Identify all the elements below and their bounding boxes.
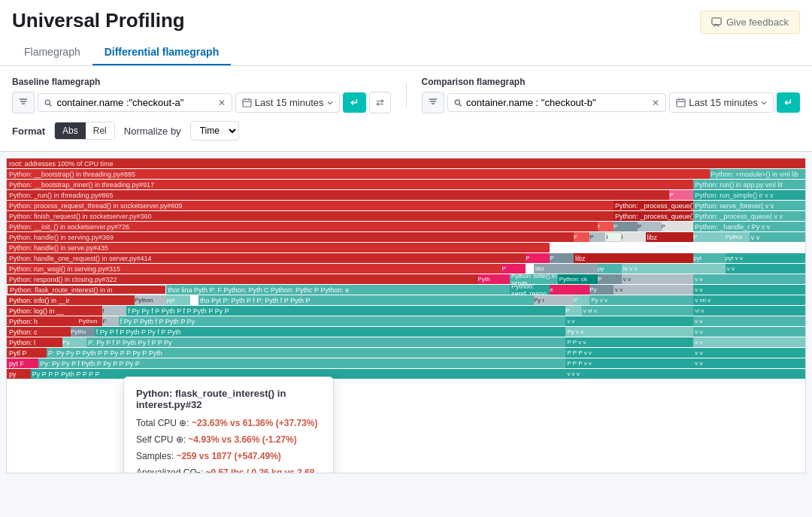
flame-row-r3-mid[interactable]: P	[669, 190, 693, 200]
flame-row-r7-libz[interactable]: libz	[646, 232, 694, 242]
flame-row-r1-right[interactable]: Python: <module>() in vml lib	[710, 169, 805, 179]
flame-row-r11-right[interactable]: v v	[622, 274, 694, 284]
flame-row-r16-pytho[interactable]: Pytho	[71, 327, 95, 337]
flame-row-pyt-f[interactable]: pyt F	[7, 358, 38, 368]
flame-row-r14-p2[interactable]: P	[565, 306, 581, 316]
flame-row-r6-p[interactable]: P	[662, 222, 693, 231]
sync-button[interactable]: ⇄	[369, 92, 391, 113]
flame-row-r4-right[interactable]: Python: serve_forever( v v	[693, 201, 805, 210]
flame-row-r16-mid[interactable]: f Py P f P Pyth P Py f P Pyth	[95, 327, 566, 337]
flame-row-init[interactable]: Python: __init_() in socketserver.py#726	[7, 222, 598, 231]
flame-row-r13-2[interactable]: P	[574, 295, 589, 305]
flame-row-r19-right2[interactable]: v v	[693, 358, 805, 368]
flame-row-l[interactable]: Python: l	[7, 337, 62, 347]
flamegraph-area[interactable]: root: addresses 100% of CPU time Python:…	[6, 158, 806, 473]
flame-row-r18-right[interactable]: P P P v v	[565, 348, 693, 358]
baseline-filter-icon[interactable]	[12, 92, 35, 113]
flame-row-r12-e[interactable]: e	[550, 285, 589, 295]
flame-row-r9-right[interactable]: pyt	[693, 253, 725, 263]
flame-row-r7-pytl[interactable]: l	[606, 232, 622, 242]
normalize-select[interactable]: Time	[190, 121, 239, 141]
flame-row-r15-f[interactable]: F	[102, 316, 118, 326]
flame-row-r18-right2[interactable]: v v	[693, 348, 805, 358]
comparison-submit-button[interactable]: ↵	[777, 92, 800, 113]
flame-row-r15-right[interactable]: v v	[565, 316, 693, 326]
flame-row-r11-py3[interactable]: P	[598, 274, 622, 284]
flame-row-r12-right[interactable]: v v	[693, 285, 805, 295]
flame-row-r12-py4[interactable]: Py	[589, 285, 614, 295]
flame-row-r13-mid[interactable]: tho Pyt P: Pyth P f P: Pyth f P Pyth P	[198, 295, 534, 305]
flame-row-r7-py[interactable]: P	[589, 232, 605, 242]
flame-row-r15-right2[interactable]: v v	[693, 316, 805, 326]
flame-row-r10-mid[interactable]: libz	[534, 264, 598, 274]
flame-row-flask-highlight[interactable]: Python: flask_route_interest() in in	[7, 285, 166, 295]
flame-row-r4-mid[interactable]: Python: _process_queue() in h	[614, 201, 693, 210]
flame-row-r7-pyt[interactable]: P	[693, 232, 725, 242]
flame-row-r9-py[interactable]: P	[550, 253, 574, 263]
flame-row-r16-right[interactable]: Py v v	[565, 327, 693, 337]
flame-row-r14-p[interactable]: f	[102, 306, 126, 316]
format-abs-button[interactable]: Abs	[55, 122, 86, 139]
flame-row-r17-p[interactable]: Py	[62, 337, 86, 347]
feedback-button[interactable]: Give feedback	[700, 11, 800, 34]
flame-row-r15-mid[interactable]: f Py P Pyth f P Pyth P Py	[119, 316, 566, 326]
flame-row-c[interactable]: Python: c	[7, 327, 71, 337]
flame-row-handle-serving[interactable]: Python: handle() in serving.py#369	[7, 232, 574, 242]
flame-row-r3-right[interactable]: Python: run_simple() ir v v	[693, 190, 805, 200]
flame-row-bootstrap[interactable]: Python: __bootstrap() in threading.py#88…	[7, 169, 710, 179]
baseline-submit-button[interactable]: ↵	[343, 92, 366, 113]
baseline-date-picker[interactable]: Last 15 minutes	[235, 92, 340, 113]
flame-row-r11-write[interactable]: Python: write() in servin	[510, 274, 558, 284]
flame-row-r11-ph[interactable]: Pyth	[478, 274, 510, 284]
flame-row-r14-right2[interactable]: vi v	[693, 306, 805, 316]
tab-flamegraph[interactable]: Flamegraph	[12, 40, 92, 65]
flame-row-r6-pytl[interactable]: P	[638, 222, 662, 231]
baseline-search-input[interactable]	[56, 97, 213, 108]
flame-row-r11-right2[interactable]: v v	[693, 274, 805, 284]
flame-row-r10-p[interactable]: P	[501, 264, 526, 274]
flame-row-root[interactable]: root: addresses 100% of CPU time	[7, 159, 805, 168]
flame-row-r10-py2[interactable]: py	[598, 264, 622, 274]
flame-row-r6-py[interactable]: P	[614, 222, 638, 231]
flame-row-handle-serve[interactable]: Python: handle() in serve.py#435	[7, 243, 550, 252]
flame-row-r10-right2[interactable]: v v	[726, 264, 805, 274]
flame-row-h[interactable]: Python: h	[7, 316, 79, 326]
flame-row-r19-right[interactable]: P P P v v	[565, 358, 693, 368]
flame-row-r9-p[interactable]: P	[526, 253, 550, 263]
flame-row-r7-f[interactable]: F	[574, 232, 589, 242]
flame-row-r17-right[interactable]: P P v v	[565, 337, 693, 347]
flame-row-pytl[interactable]: Pytl P	[7, 348, 47, 358]
flame-row-r9-right2[interactable]: pyt v v	[726, 253, 805, 263]
flame-row-r12-py5[interactable]: v v	[614, 285, 693, 295]
flame-row-py[interactable]: py	[7, 369, 31, 379]
flame-row-r5-mid[interactable]: Python: _process_queue() in b	[614, 211, 693, 221]
flame-row-r6-right[interactable]: Python: _handle_r Py v v	[693, 222, 805, 231]
tab-differential-flamegraph[interactable]: Differential flamegraph	[92, 40, 231, 65]
flame-row-r5-right[interactable]: Python: _process_queue( v v	[693, 211, 805, 221]
flame-row-r13-right2[interactable]: v vn v	[693, 295, 805, 305]
flame-row-r10-right[interactable]: lb v v	[622, 264, 726, 274]
flame-row-r13-py2[interactable]: Py r	[534, 295, 574, 305]
flame-row-r2-right[interactable]: Python: run() in app.py vml lit	[693, 180, 805, 189]
flame-row-r7-pythor[interactable]: Pythor	[726, 232, 750, 242]
flame-row-r7-p2[interactable]: l	[622, 232, 646, 242]
baseline-search-input-wrap[interactable]: ✕	[38, 93, 232, 112]
flame-row-r14-mid[interactable]: f Py Py f P Pyth P f P Pyth P Py P	[126, 306, 565, 316]
flame-row-wsgi[interactable]: Python: run_wsgi() in serving.py#315	[7, 264, 501, 274]
flame-row-handle-request[interactable]: Python: handle_one_request() in server.p…	[7, 253, 526, 263]
flame-row-r16-right2[interactable]: v v	[693, 327, 805, 337]
flame-row-bootstrap-inner[interactable]: Python: __bootstrap_inner() in threading…	[7, 180, 693, 189]
comparison-search-input-wrap[interactable]: ✕	[447, 93, 667, 112]
comparison-clear-button[interactable]: ✕	[652, 98, 659, 108]
flame-row-r17-mid[interactable]: P: Py P f P Pyth Py f P P Py	[86, 337, 565, 347]
flame-row-r13-right[interactable]: Py v v	[589, 295, 693, 305]
flame-row-r12-mid[interactable]: thor lina Pyth P: F Python: Pyth C Pytho…	[166, 285, 510, 295]
flame-row-run[interactable]: Python: _run() in threading.py#865	[7, 190, 669, 200]
flame-row-r13-py[interactable]: Python	[135, 295, 166, 305]
flame-row-r17-right2[interactable]: v v	[693, 337, 805, 347]
flame-row-r9-libz2[interactable]: libz	[574, 253, 693, 263]
format-rel-button[interactable]: Rel	[86, 122, 114, 139]
flame-row-request[interactable]: Python: respond() in closing.py#322	[7, 274, 478, 284]
flame-row-r15-p[interactable]: Python	[79, 316, 103, 326]
flame-row-r14-right[interactable]: v vi v	[582, 306, 694, 316]
